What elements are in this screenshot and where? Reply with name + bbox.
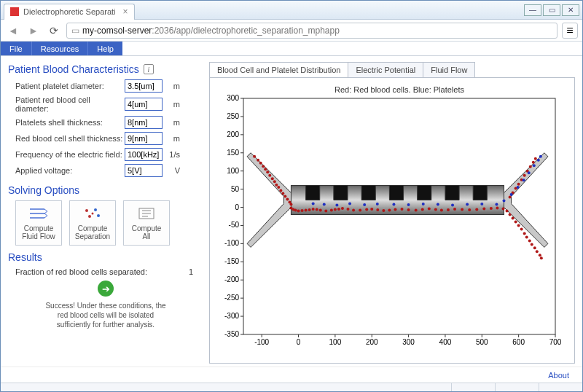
svg-point-89 xyxy=(359,209,361,212)
svg-text:-50: -50 xyxy=(229,221,240,229)
address-bar[interactable]: ▭ my-comsol-server:2036/app/dielectropho… xyxy=(66,23,557,39)
field-label: Patient platelet diameter: xyxy=(15,82,125,90)
browser-toolbar: ◄ ► ⟳ ▭ my-comsol-server:2036/app/dielec… xyxy=(1,20,582,42)
svg-point-156 xyxy=(537,159,540,162)
field-unit: m xyxy=(167,118,180,127)
svg-point-143 xyxy=(407,203,410,206)
svg-point-146 xyxy=(451,204,454,207)
tab-close-icon[interactable]: × xyxy=(123,7,128,17)
svg-point-69 xyxy=(286,198,289,201)
window-minimize-button[interactable]: — xyxy=(524,4,541,16)
svg-point-147 xyxy=(466,203,469,206)
compute-fluid-flow-button[interactable]: Compute Fluid Flow xyxy=(15,200,62,246)
svg-point-92 xyxy=(376,208,379,211)
svg-point-151 xyxy=(510,193,513,196)
svg-text:400: 400 xyxy=(439,338,452,346)
svg-point-136 xyxy=(312,203,315,205)
svg-point-131 xyxy=(523,174,526,177)
result-tab[interactable]: Fluid Flow xyxy=(423,62,475,77)
svg-point-94 xyxy=(388,209,391,212)
chart-panel: Red: Red blood cells. Blue: Platelets-10… xyxy=(209,77,575,364)
svg-point-4 xyxy=(92,213,94,215)
svg-rect-6 xyxy=(243,98,555,334)
distribution-chart: Red: Red blood cells. Blue: Platelets-10… xyxy=(214,82,563,352)
svg-point-104 xyxy=(453,208,456,211)
svg-point-115 xyxy=(514,220,517,223)
field-unit: m xyxy=(167,100,180,109)
svg-point-139 xyxy=(348,203,351,205)
svg-point-111 xyxy=(501,208,504,211)
field-input[interactable] xyxy=(125,148,163,161)
svg-point-140 xyxy=(363,203,366,206)
field-input[interactable] xyxy=(125,79,163,93)
svg-point-100 xyxy=(428,208,431,211)
about-link[interactable]: About xyxy=(548,371,569,380)
section-pbc-title: Patient Blood Characteristics i xyxy=(8,63,203,75)
result-tab[interactable]: Blood Cell and Platelet Distribution xyxy=(209,62,348,77)
svg-text:0: 0 xyxy=(235,203,239,211)
reload-button[interactable]: ⟳ xyxy=(46,23,62,39)
svg-point-114 xyxy=(512,216,514,219)
forward-button[interactable]: ► xyxy=(26,23,42,39)
svg-point-148 xyxy=(480,203,483,205)
svg-point-87 xyxy=(347,208,350,211)
svg-point-112 xyxy=(506,210,509,213)
svg-point-63 xyxy=(273,180,276,183)
svg-point-88 xyxy=(352,209,355,212)
svg-text:100: 100 xyxy=(329,338,342,346)
page-icon: ▭ xyxy=(71,26,79,36)
svg-point-119 xyxy=(525,235,528,238)
svg-text:-100: -100 xyxy=(224,239,239,247)
svg-point-96 xyxy=(401,208,404,211)
browser-titlebar: Dielectrophoretic Separati × — ▭ ✕ xyxy=(1,1,582,20)
success-message: Success! Under these conditions, the red… xyxy=(44,301,168,329)
field-input[interactable] xyxy=(125,98,163,111)
svg-point-121 xyxy=(531,243,533,246)
field-input[interactable] xyxy=(125,164,163,177)
url-path: /app/dielectrophoretic_separation_mphapp xyxy=(173,26,340,36)
window-maximize-button[interactable]: ▭ xyxy=(543,4,560,16)
field-label: Frequency of the electric field: xyxy=(15,150,125,159)
compute-all-button[interactable]: Compute All xyxy=(123,200,170,246)
svg-point-155 xyxy=(533,164,536,167)
svg-point-103 xyxy=(447,208,450,211)
svg-point-77 xyxy=(305,209,308,212)
svg-point-106 xyxy=(468,208,471,211)
field-input[interactable] xyxy=(125,132,163,145)
window-close-button[interactable]: ✕ xyxy=(562,4,579,16)
svg-point-60 xyxy=(266,170,269,173)
svg-point-75 xyxy=(297,210,300,213)
browser-tab[interactable]: Dielectrophoretic Separati × xyxy=(4,4,135,20)
svg-point-81 xyxy=(319,209,322,212)
menu-resources[interactable]: Resources xyxy=(31,42,88,55)
svg-point-57 xyxy=(259,162,262,165)
menu-help[interactable]: Help xyxy=(87,42,122,55)
svg-point-135 xyxy=(534,157,537,160)
field-label: Patient red blood cell diameter: xyxy=(15,95,125,113)
svg-point-55 xyxy=(253,155,256,158)
svg-point-133 xyxy=(529,165,532,168)
svg-point-80 xyxy=(316,208,318,211)
browser-menu-button[interactable]: ≡ xyxy=(562,23,578,39)
info-icon[interactable]: i xyxy=(144,64,154,74)
menu-file[interactable]: File xyxy=(1,42,31,55)
result-tab[interactable]: Electric Potential xyxy=(348,62,423,77)
svg-point-78 xyxy=(308,208,311,211)
compute-separation-button[interactable]: Compute Separation xyxy=(69,200,116,246)
svg-point-68 xyxy=(283,195,286,198)
svg-point-95 xyxy=(394,208,396,211)
svg-point-110 xyxy=(496,207,498,210)
back-button[interactable]: ◄ xyxy=(5,23,21,39)
svg-text:100: 100 xyxy=(227,167,239,175)
svg-text:200: 200 xyxy=(227,130,239,138)
svg-point-58 xyxy=(262,165,265,168)
svg-text:300: 300 xyxy=(402,338,415,346)
svg-point-125 xyxy=(540,256,543,259)
svg-point-62 xyxy=(271,177,274,180)
svg-text:700: 700 xyxy=(549,338,562,346)
svg-point-137 xyxy=(323,203,326,206)
svg-point-79 xyxy=(312,208,315,211)
field-input[interactable] xyxy=(125,116,163,129)
compute-all-icon xyxy=(136,205,157,222)
svg-point-71 xyxy=(289,203,292,206)
